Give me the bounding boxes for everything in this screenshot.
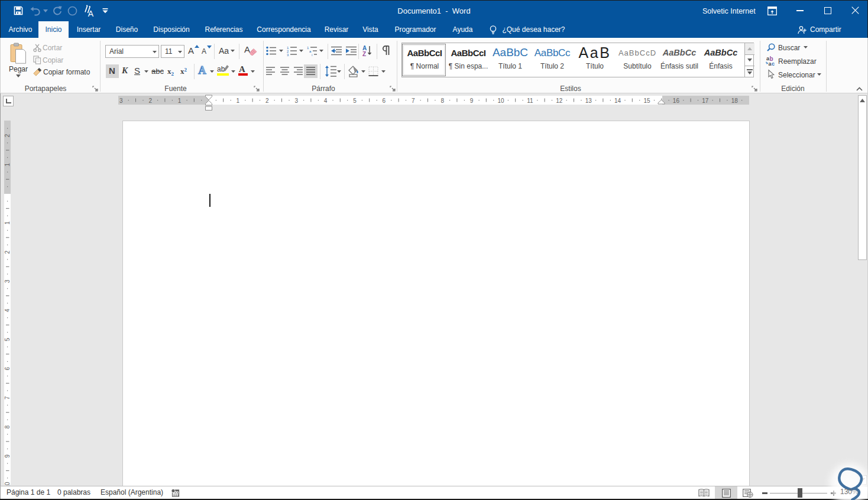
svg-text:c: c: [772, 61, 775, 67]
svg-text:3: 3: [287, 53, 289, 57]
svg-text:Z: Z: [362, 51, 366, 57]
svg-text:12: 12: [556, 98, 563, 104]
svg-text:6: 6: [383, 98, 386, 104]
svg-text:4: 4: [4, 309, 11, 312]
svg-text:5: 5: [4, 337, 11, 341]
svg-text:2: 2: [148, 98, 152, 104]
svg-text:7: 7: [412, 98, 415, 104]
svg-text:2: 2: [4, 250, 11, 254]
svg-text:1: 1: [178, 98, 182, 104]
svg-text:i: i: [312, 53, 312, 57]
svg-text:2: 2: [265, 98, 269, 104]
svg-text:14: 14: [614, 98, 621, 104]
svg-text:17: 17: [702, 98, 709, 104]
svg-text:1: 1: [4, 221, 11, 225]
svg-text:2: 2: [4, 134, 11, 137]
svg-text:5: 5: [353, 98, 357, 104]
svg-text:16: 16: [673, 98, 680, 104]
svg-text:13: 13: [585, 98, 592, 104]
svg-text:9: 9: [470, 98, 474, 104]
svg-text:8: 8: [4, 425, 11, 428]
svg-text:1: 1: [4, 163, 11, 166]
svg-text:9: 9: [4, 454, 11, 457]
svg-text:8: 8: [441, 98, 444, 104]
svg-text:15: 15: [643, 98, 650, 104]
svg-text:10: 10: [497, 98, 504, 104]
svg-text:A: A: [88, 9, 94, 18]
svg-text:3: 3: [119, 98, 123, 104]
svg-text:3: 3: [4, 280, 11, 283]
svg-text:11: 11: [527, 98, 533, 104]
svg-text:6: 6: [4, 367, 11, 371]
svg-text:3: 3: [294, 98, 298, 104]
svg-text:4: 4: [324, 98, 328, 104]
svg-text:1: 1: [237, 98, 240, 104]
svg-text:18: 18: [731, 98, 739, 104]
svg-text:7: 7: [4, 396, 11, 400]
